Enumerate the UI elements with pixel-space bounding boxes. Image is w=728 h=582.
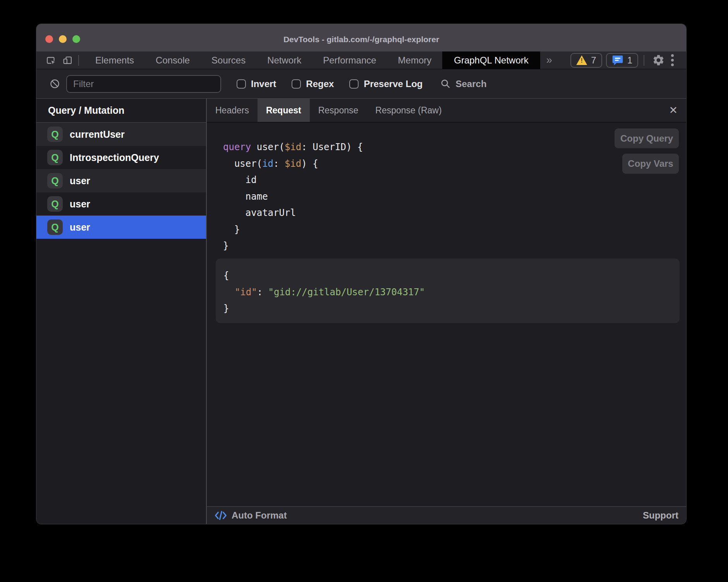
auto-format-label: Auto Format [232, 510, 287, 521]
tab-request[interactable]: Request [258, 99, 310, 122]
regex-label: Regex [306, 79, 334, 89]
query-type-icon: Q [47, 196, 63, 212]
variables-block: { "id": "gid://gitlab/User/13704317"} [216, 258, 680, 323]
checkbox-icon [292, 79, 301, 89]
tab-sources[interactable]: Sources [201, 51, 256, 69]
list-item-label: user [70, 175, 90, 187]
tab-elements[interactable]: Elements [84, 51, 145, 69]
tab-response-raw[interactable]: Response (Raw) [367, 99, 450, 122]
toolbar-divider [644, 55, 644, 66]
warning-icon [576, 55, 587, 65]
toolbar-divider [78, 55, 79, 66]
query-type-icon: Q [47, 219, 63, 235]
tab-console[interactable]: Console [145, 51, 201, 69]
inspect-element-button[interactable] [46, 54, 57, 67]
devtools-window: DevTools - gitlab.com/-/graphql-explorer… [36, 24, 686, 524]
device-toolbar-button[interactable] [62, 54, 73, 67]
invert-label: Invert [251, 79, 276, 89]
device-toolbar-icon [62, 55, 73, 66]
tab-headers[interactable]: Headers [207, 99, 258, 122]
search-icon [440, 79, 451, 89]
copy-vars-button[interactable]: Copy Vars [622, 154, 679, 174]
warning-count: 7 [591, 55, 596, 66]
list-item-user-3-selected[interactable]: Q user [36, 216, 206, 239]
regex-checkbox[interactable]: Regex [292, 79, 334, 89]
inspect-cursor-icon [46, 55, 57, 66]
clear-button[interactable] [50, 79, 60, 89]
message-icon [612, 55, 623, 66]
query-list-header: Query / Mutation [36, 99, 206, 123]
variables-json: { "id": "gid://gitlab/User/13704317"} [223, 267, 680, 317]
search-button[interactable]: Search [440, 79, 486, 89]
issues-badge[interactable]: 1 [606, 53, 638, 68]
search-label: Search [455, 79, 486, 89]
preserve-log-label: Preserve Log [364, 79, 422, 89]
chevron-double-right-icon: » [546, 54, 552, 66]
more-tabs-button[interactable]: » [546, 54, 552, 66]
main-area: Query / Mutation Q currentUser Q Introsp… [36, 99, 686, 524]
tab-network[interactable]: Network [256, 51, 312, 69]
copy-query-button[interactable]: Copy Query [615, 128, 679, 148]
query-type-icon: Q [47, 127, 63, 142]
request-detail-panel: Headers Request Response Response (Raw) … [207, 99, 686, 524]
close-detail-button[interactable]: ✕ [666, 99, 681, 122]
title-bar: DevTools - gitlab.com/-/graphql-explorer [36, 24, 686, 51]
query-list-panel: Query / Mutation Q currentUser Q Introsp… [36, 99, 207, 524]
close-icon: ✕ [669, 104, 678, 116]
support-link[interactable]: Support [643, 510, 678, 521]
request-body: Copy Query Copy Vars query user($id: Use… [207, 123, 686, 506]
list-item-label: user [70, 222, 90, 233]
list-item-label: currentUser [70, 129, 125, 140]
query-type-icon: Q [47, 173, 63, 188]
block-icon [50, 79, 60, 89]
warnings-badge[interactable]: 7 [570, 53, 602, 68]
filter-bar: Invert Regex Preserve Log Search [36, 69, 686, 99]
checkbox-icon [349, 79, 359, 89]
kebab-dot-icon [671, 54, 674, 57]
filter-input[interactable] [66, 75, 221, 93]
tab-memory[interactable]: Memory [387, 51, 443, 69]
auto-format-button[interactable]: Auto Format [215, 510, 287, 521]
gear-icon [652, 54, 665, 67]
issue-count: 1 [627, 55, 632, 66]
list-item-user-2[interactable]: Q user [36, 192, 206, 216]
tab-response[interactable]: Response [310, 99, 367, 122]
tab-graphql-network[interactable]: GraphQL Network [442, 51, 540, 69]
kebab-dot-icon [671, 59, 674, 62]
invert-checkbox[interactable]: Invert [237, 79, 276, 89]
tab-performance[interactable]: Performance [312, 51, 387, 69]
list-item-currentuser[interactable]: Q currentUser [36, 123, 206, 146]
checkbox-icon [237, 79, 246, 89]
list-item-user-1[interactable]: Q user [36, 169, 206, 192]
graphql-query-code: query user($id: UserID) { user(id: $id) … [223, 139, 363, 254]
kebab-dot-icon [671, 63, 674, 66]
detail-tab-strip: Headers Request Response Response (Raw) … [207, 99, 686, 123]
list-item-label: user [70, 199, 90, 210]
window-title: DevTools - gitlab.com/-/graphql-explorer [36, 24, 686, 51]
list-item-label: IntrospectionQuery [70, 152, 159, 163]
query-type-icon: Q [47, 150, 63, 165]
preserve-log-checkbox[interactable]: Preserve Log [349, 79, 422, 89]
list-item-introspectionquery[interactable]: Q IntrospectionQuery [36, 146, 206, 169]
settings-button[interactable] [652, 54, 665, 67]
detail-footer: Auto Format Support [207, 506, 686, 524]
kebab-menu-button[interactable] [667, 52, 678, 68]
devtools-tab-bar: Elements Console Sources Network Perform… [36, 51, 686, 69]
toolbar-right-cluster: 7 1 [570, 52, 686, 68]
code-format-icon [215, 510, 227, 520]
